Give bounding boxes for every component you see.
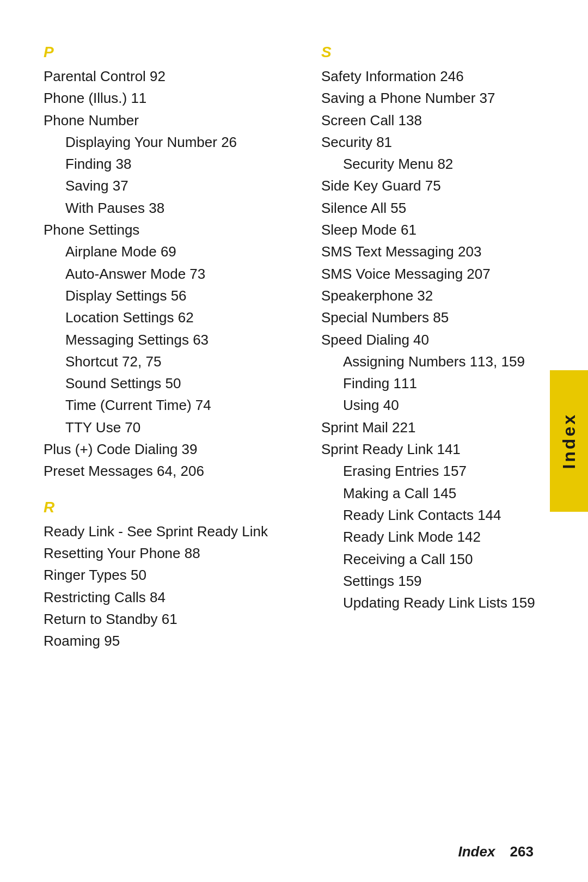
list-item: Restricting Calls 84 xyxy=(44,586,278,608)
list-item: Security 81 xyxy=(321,131,555,153)
list-item: Sprint Mail 221 xyxy=(321,416,555,438)
list-item: Using 40 xyxy=(343,394,555,416)
right-column: S Safety Information 246 Saving a Phone … xyxy=(310,44,555,838)
list-item: Preset Messages 64, 206 xyxy=(44,460,278,482)
list-item: With Pauses 38 xyxy=(65,197,278,219)
list-item: Security Menu 82 xyxy=(343,153,555,175)
list-item: Finding 111 xyxy=(343,372,555,394)
list-item: Special Numbers 85 xyxy=(321,307,555,328)
list-item: Making a Call 145 xyxy=(343,482,555,504)
left-column: P Parental Control 92 Phone (Illus.) 11 … xyxy=(44,44,289,838)
list-item: Auto-Answer Mode 73 xyxy=(65,263,278,285)
page-footer: Index 263 xyxy=(458,843,534,860)
list-item: Erasing Entries 157 xyxy=(343,460,555,482)
list-item: Roaming 95 xyxy=(44,630,278,652)
list-item: Ringer Types 50 xyxy=(44,564,278,586)
list-item: Screen Call 138 xyxy=(321,109,555,131)
list-item: Sound Settings 50 xyxy=(65,372,278,394)
list-item: Location Settings 62 xyxy=(65,307,278,328)
list-item: Saving a Phone Number 37 xyxy=(321,87,555,109)
list-item: Sleep Mode 61 xyxy=(321,219,555,241)
list-item: Phone (Illus.) 11 xyxy=(44,87,278,109)
list-item: Assigning Numbers 113, 159 xyxy=(343,351,555,372)
list-item: Side Key Guard 75 xyxy=(321,175,555,197)
list-item: Silence All 55 xyxy=(321,197,555,219)
list-item: Parental Control 92 xyxy=(44,65,278,87)
section-p: P Parental Control 92 Phone (Illus.) 11 … xyxy=(44,44,278,482)
list-item: Resetting Your Phone 88 xyxy=(44,542,278,564)
list-item: Phone Number xyxy=(44,109,278,131)
section-letter-p: P xyxy=(44,44,278,61)
list-item: Ready Link Mode 142 xyxy=(343,526,555,548)
list-item: Messaging Settings 63 xyxy=(65,329,278,351)
list-item: Settings 159 xyxy=(343,570,555,592)
list-item: Updating Ready Link Lists 159 xyxy=(343,592,555,614)
footer-page-number: 263 xyxy=(510,843,534,860)
list-item: Displaying Your Number 26 xyxy=(65,131,278,153)
list-item: Ready Link Contacts 144 xyxy=(343,504,555,526)
list-item: Return to Standby 61 xyxy=(44,608,278,630)
index-tab: Index xyxy=(550,370,588,512)
section-s: S Safety Information 246 Saving a Phone … xyxy=(321,44,555,614)
list-item: Display Settings 56 xyxy=(65,285,278,307)
list-item: Time (Current Time) 74 xyxy=(65,394,278,416)
list-item: SMS Voice Messaging 207 xyxy=(321,263,555,285)
list-item: Shortcut 72, 75 xyxy=(65,351,278,372)
list-item: Speed Dialing 40 xyxy=(321,329,555,351)
section-letter-r: R xyxy=(44,499,278,516)
list-item: TTY Use 70 xyxy=(65,416,278,438)
list-item: Speakerphone 32 xyxy=(321,285,555,307)
list-item: Receiving a Call 150 xyxy=(343,548,555,570)
list-item: Sprint Ready Link 141 xyxy=(321,438,555,460)
list-item: Safety Information 246 xyxy=(321,65,555,87)
index-tab-label: Index xyxy=(559,413,579,469)
list-item: Saving 37 xyxy=(65,175,278,197)
footer-index-label: Index xyxy=(458,843,495,860)
list-item: Finding 38 xyxy=(65,153,278,175)
section-letter-s: S xyxy=(321,44,555,61)
list-item: SMS Text Messaging 203 xyxy=(321,241,555,262)
list-item: Ready Link - See Sprint Ready Link xyxy=(44,520,278,542)
list-item: Phone Settings xyxy=(44,219,278,241)
list-item: Plus (+) Code Dialing 39 xyxy=(44,438,278,460)
section-r: R Ready Link - See Sprint Ready Link Res… xyxy=(44,499,278,652)
list-item: Airplane Mode 69 xyxy=(65,241,278,262)
